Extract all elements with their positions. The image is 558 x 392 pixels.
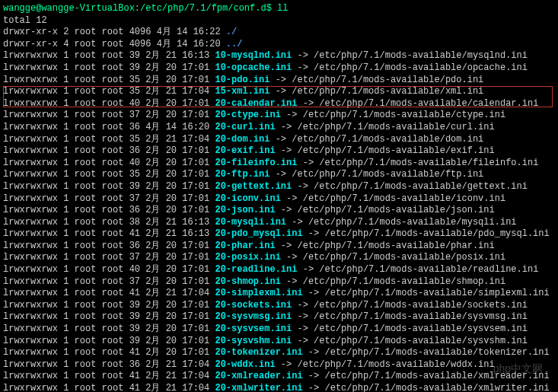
- list-item: lrwxrwxrwx 1 root root 37 2月 20 17:01 20…: [3, 252, 555, 264]
- file-permissions: lrwxrwxrwx 1 root root 35 2月 21 17:04: [3, 134, 215, 145]
- file-permissions: lrwxrwxrwx 1 root root 39 2月 20 17:01: [3, 62, 215, 73]
- file-permissions: lrwxrwxrwx 1 root root 41 2月 21 17:04: [3, 288, 215, 298]
- file-permissions: lrwxrwxrwx 1 root root 36 4月 14 16:20: [3, 122, 215, 132]
- symlink-target: -> /etc/php/7.1/mods-available/wddx.ini: [276, 359, 495, 370]
- list-item: lrwxrwxrwx 1 root root 36 4月 14 16:20 20…: [3, 122, 555, 134]
- symlink-target: -> /etc/php/7.1/mods-available/json.ini: [276, 205, 495, 215]
- file-permissions: lrwxrwxrwx 1 root root 37 2月 20 17:01: [3, 276, 215, 287]
- symlink-name: 20-phar.ini: [215, 241, 275, 251]
- file-permissions: drwxr-xr-x 4 root root 4096 4月 14 16:20: [3, 39, 226, 49]
- symlink-name: 20-dom.ini: [215, 134, 269, 145]
- file-permissions: lrwxrwxrwx 1 root root 39 2月 20 17:01: [3, 336, 215, 346]
- symlink-name: 20-readline.ini: [215, 264, 297, 275]
- list-item: lrwxrwxrwx 1 root root 37 2月 20 17:01 20…: [3, 276, 555, 288]
- list-item: lrwxrwxrwx 1 root root 39 2月 20 17:01 10…: [3, 62, 555, 75]
- file-permissions: lrwxrwxrwx 1 root root 37 2月 20 17:01: [3, 252, 215, 263]
- symlink-target: -> /etc/php/7.1/mods-available/exif.ini: [276, 145, 495, 156]
- symlink-target: -> /etc/php/7.1/mods-available/iconv.ini: [281, 193, 505, 204]
- symlink-target: -> /etc/php/7.1/mods-available/pdo.ini: [269, 75, 483, 85]
- symlink-name: 20-pdo_mysql.ini: [215, 228, 302, 239]
- symlink-target: -> /etc/php/7.1/mods-available/ftp.ini: [269, 169, 483, 180]
- file-permissions: lrwxrwxrwx 1 root root 35 2月 20 17:01: [3, 75, 215, 85]
- file-permissions: lrwxrwxrwx 1 root root 36 2月 21 17:04: [3, 359, 215, 370]
- symlink-name: 20-ftp.ini: [215, 169, 269, 180]
- file-permissions: lrwxrwxrwx 1 root root 40 2月 20 17:01: [3, 98, 215, 109]
- file-permissions: lrwxrwxrwx 1 root root 38 2月 21 16:13: [3, 217, 215, 228]
- list-item: lrwxrwxrwx 1 root root 41 2月 21 17:04 20…: [3, 288, 555, 300]
- list-item: lrwxrwxrwx 1 root root 40 2月 20 17:01 20…: [3, 98, 555, 110]
- symlink-target: -> /etc/php/7.1/mods-available/dom.ini: [269, 134, 483, 145]
- list-item: lrwxrwxrwx 1 root root 39 2月 20 17:01 20…: [3, 300, 555, 312]
- file-permissions: lrwxrwxrwx 1 root root 41 2月 21 16:13: [3, 228, 215, 239]
- list-item: lrwxrwxrwx 1 root root 35 2月 21 17:04 20…: [3, 134, 555, 146]
- symlink-target: -> /etc/php/7.1/mods-available/ctype.ini: [281, 110, 505, 120]
- symlink-target: -> /etc/php/7.1/mods-available/readline.…: [297, 264, 538, 275]
- file-permissions: lrwxrwxrwx 1 root root 40 2月 20 17:01: [3, 158, 215, 168]
- symlink-target: -> /etc/php/7.1/mods-available/opcache.i…: [292, 62, 528, 73]
- symlink-target: -> /etc/php/7.1/mods-available/xmlwriter…: [303, 383, 550, 392]
- file-permissions: lrwxrwxrwx 1 root root 41 2月 20 17:01: [3, 347, 215, 358]
- symlink-target: -> /etc/php/7.1/mods-available/calendar.…: [297, 98, 538, 109]
- symlink-name: 20-fileinfo.ini: [215, 158, 297, 168]
- list-item: lrwxrwxrwx 1 root root 38 2月 21 16:13 20…: [3, 217, 555, 229]
- symlink-name: 20-ctype.ini: [215, 110, 280, 120]
- list-item: lrwxrwxrwx 1 root root 39 2月 20 17:01 20…: [3, 323, 555, 336]
- symlink-name: 20-sysvmsg.ini: [215, 311, 292, 322]
- symlink-name: 15-xml.ini: [215, 86, 269, 97]
- symlink-target: -> /etc/php/7.1/mods-available/curl.ini: [276, 122, 495, 132]
- list-item: lrwxrwxrwx 1 root root 35 2月 21 17:04 15…: [3, 86, 555, 98]
- symlink-target: -> /etc/php/7.1/mods-available/posix.ini: [281, 252, 505, 263]
- symlink-target: -> /etc/php/7.1/mods-available/sockets.i…: [292, 300, 528, 311]
- symlink-name: 20-shmop.ini: [215, 276, 280, 287]
- file-permissions: lrwxrwxrwx 1 root root 39 2月 20 17:01: [3, 300, 215, 311]
- total-line: total 12: [3, 15, 555, 27]
- file-permissions: lrwxrwxrwx 1 root root 39 2月 20 17:01: [3, 311, 215, 322]
- list-item: lrwxrwxrwx 1 root root 37 2月 20 17:01 20…: [3, 193, 555, 206]
- list-item: lrwxrwxrwx 1 root root 39 2月 20 17:01 20…: [3, 336, 555, 348]
- symlink-name: 20-posix.ini: [215, 252, 280, 263]
- list-item: lrwxrwxrwx 1 root root 39 2月 20 17:01 20…: [3, 311, 555, 323]
- directory-name: ../: [226, 39, 243, 49]
- symlink-name: 20-xmlwriter.ini: [215, 383, 302, 392]
- symlink-target: -> /etc/php/7.1/mods-available/simplexml…: [303, 288, 550, 298]
- symlink-target: -> /etc/php/7.1/mods-available/gettext.i…: [292, 181, 528, 192]
- list-item: lrwxrwxrwx 1 root root 35 2月 20 17:01 10…: [3, 75, 555, 87]
- terminal-prompt[interactable]: wangge@wangge-VirtualBox:/etc/php/7.1/fp…: [3, 3, 555, 15]
- file-permissions: lrwxrwxrwx 1 root root 36 2月 20 17:01: [3, 145, 215, 156]
- symlink-target: -> /etc/php/7.1/mods-available/fileinfo.…: [297, 158, 538, 168]
- symlink-name: 20-curl.ini: [215, 122, 275, 132]
- symlink-target: -> /etc/php/7.1/mods-available/sysvshm.i…: [292, 336, 528, 346]
- list-item: lrwxrwxrwx 1 root root 41 2月 20 17:01 20…: [3, 347, 555, 359]
- file-permissions: lrwxrwxrwx 1 root root 39 2月 20 17:01: [3, 323, 215, 334]
- symlink-target: -> /etc/php/7.1/mods-available/xml.ini: [269, 86, 483, 97]
- symlink-name: 20-tokenizer.ini: [215, 347, 302, 358]
- file-permissions: lrwxrwxrwx 1 root root 35 2月 21 17:04: [3, 86, 215, 97]
- symlink-target: -> /etc/php/7.1/mods-available/mysqlnd.i…: [292, 50, 528, 61]
- symlink-target: -> /etc/php/7.1/mods-available/phar.ini: [276, 241, 495, 251]
- list-item: lrwxrwxrwx 1 root root 37 2月 20 17:01 20…: [3, 110, 555, 122]
- file-permissions: lrwxrwxrwx 1 root root 41 2月 21 17:04: [3, 371, 215, 381]
- symlink-name: 20-wddx.ini: [215, 359, 275, 370]
- file-permissions: drwxr-xr-x 2 root root 4096 4月 14 16:22: [3, 27, 226, 37]
- list-item: lrwxrwxrwx 1 root root 40 2月 20 17:01 20…: [3, 264, 555, 276]
- symlink-name: 20-sysvsem.ini: [215, 323, 292, 334]
- symlink-name: 10-pdo.ini: [215, 75, 269, 85]
- symlink-name: 20-json.ini: [215, 205, 275, 215]
- file-permissions: lrwxrwxrwx 1 root root 39 2月 20 17:01: [3, 181, 215, 192]
- symlink-name: 20-gettext.ini: [215, 181, 292, 192]
- directory-name: ./: [226, 27, 237, 37]
- symlink-name: 20-iconv.ini: [215, 193, 280, 204]
- list-item: lrwxrwxrwx 1 root root 36 2月 20 17:01 20…: [3, 205, 555, 217]
- symlink-name: 10-opcache.ini: [215, 62, 292, 73]
- symlink-target: -> /etc/php/7.1/mods-available/sysvsem.i…: [292, 323, 528, 334]
- file-permissions: lrwxrwxrwx 1 root root 39 2月 21 16:13: [3, 50, 215, 61]
- watermark-text: php中文网: [493, 362, 543, 375]
- symlink-target: -> /etc/php/7.1/mods-available/mysqli.in…: [286, 217, 516, 228]
- list-item: lrwxrwxrwx 1 root root 39 2月 21 16:13 10…: [3, 50, 555, 62]
- symlink-name: 20-mysqli.ini: [215, 217, 286, 228]
- file-permissions: lrwxrwxrwx 1 root root 37 2月 20 17:01: [3, 193, 215, 204]
- symlink-name: 20-calendar.ini: [215, 98, 297, 109]
- symlink-name: 20-simplexml.ini: [215, 288, 302, 298]
- list-item: lrwxrwxrwx 1 root root 41 2月 21 16:13 20…: [3, 228, 555, 241]
- file-listing: drwxr-xr-x 2 root root 4096 4月 14 16:22 …: [3, 27, 555, 392]
